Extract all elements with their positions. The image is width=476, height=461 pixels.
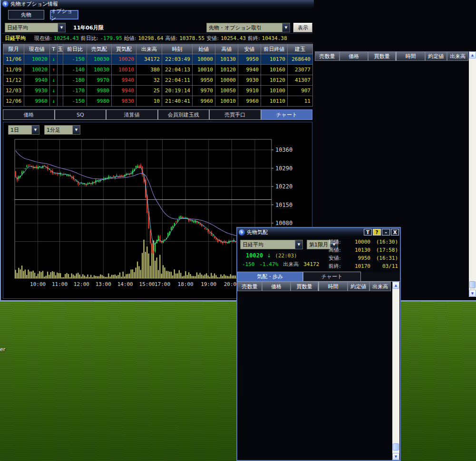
column-header: 限月	[3, 44, 24, 54]
scroll-thumb[interactable]	[469, 281, 476, 288]
svg-text:10290: 10290	[275, 165, 292, 172]
column-header: 始値	[193, 44, 215, 54]
column-header: 現在値	[24, 44, 50, 54]
futures-row[interactable]: 12/069960↓-150998098301021:40:4199601001…	[3, 96, 313, 107]
column-header: 玉	[58, 44, 63, 54]
chart-interval-select[interactable]: 1分足 ▼	[44, 125, 80, 135]
column-header: 建玉	[288, 44, 313, 54]
svg-text:10150: 10150	[275, 202, 292, 208]
minimize-icon[interactable]: -	[382, 229, 390, 235]
column-header: 時刻	[162, 44, 193, 54]
trade-type-select[interactable]: 先物・オプション取引 ▼	[206, 23, 290, 32]
help-icon[interactable]: ?	[373, 229, 381, 235]
chevron-down-icon[interactable]: ▼	[31, 126, 39, 134]
popup-title-bar[interactable]: 先物気配 T ? - X	[237, 228, 400, 237]
scroll-up-icon[interactable]: ▲	[392, 282, 399, 289]
popup-t-button[interactable]: T	[364, 229, 372, 235]
chart-controls: 1日 ▼ 1分足 ▼	[8, 125, 80, 136]
tab-売買手口[interactable]: 売買手口	[209, 109, 261, 120]
board-header: 時間	[318, 282, 348, 291]
desktop-icon-label[interactable]: er	[0, 346, 5, 353]
scroll-up-icon[interactable]: ▲	[469, 51, 476, 59]
index-status-bar: 日経平均 現在値: 10254.43 前日比: -179.95 始値: 1029…	[2, 33, 312, 43]
board-header: 価格	[262, 282, 291, 291]
tab-会員別建玉残[interactable]: 会員別建玉残	[158, 109, 210, 120]
board-header: 価格	[340, 51, 368, 61]
column-header: 安値	[238, 44, 261, 54]
chevron-down-icon[interactable]: ▼	[295, 240, 302, 249]
svg-text:13:00: 13:00	[96, 281, 111, 287]
popup-change: -150	[242, 261, 255, 267]
futures-row[interactable]: 11/129940↓-180997099403222:04:1199501000…	[3, 75, 313, 86]
board-header: 時間	[396, 51, 425, 61]
column-header: 買気配	[112, 44, 136, 54]
tab-価格[interactable]: 価格	[3, 109, 55, 120]
contract-month-label: 11年06月限	[73, 24, 104, 31]
svg-text:19:00: 19:00	[201, 281, 216, 287]
scroll-down-icon[interactable]: ▼	[392, 453, 399, 460]
window-title: 先物オプション情報	[10, 0, 58, 8]
chevron-down-icon[interactable]: ▼	[58, 23, 65, 32]
tab-チャート[interactable]: チャート	[261, 109, 313, 120]
ohlc-row: 前終:1017003/11	[329, 262, 398, 270]
board-header: 出来高	[369, 282, 391, 291]
index-change: -179.95	[100, 35, 122, 41]
popup-volume: 34172	[303, 261, 319, 267]
svg-text:10080: 10080	[275, 220, 292, 226]
chevron-down-icon[interactable]: ▼	[72, 126, 80, 134]
index-high: 10378.55	[179, 35, 204, 41]
column-header: 前日終値	[261, 44, 288, 54]
show-button[interactable]: 表示	[293, 23, 312, 32]
popup-quote-board: 売数量価格買数量時間約定値出来高	[237, 282, 392, 291]
underlying-select[interactable]: 日経平均 ▼	[5, 23, 66, 32]
scroll-thumb[interactable]	[393, 443, 399, 451]
scroll-down-icon[interactable]: ▼	[469, 290, 476, 297]
popup-controls: 日経平均 ▼ 第1限月 ▼ 始値:10000(16:30)高値:10130(17…	[237, 238, 400, 271]
column-header: 高値	[215, 44, 238, 54]
board-scrollbar[interactable]: ▲ ▼	[469, 51, 476, 297]
index-current: 10254.43	[54, 35, 79, 41]
view-tab-bar: 価格SQ清算値会員別建玉残売買手口チャート	[3, 109, 312, 120]
board-header: 買数量	[291, 282, 318, 291]
popup-price-line: 10020 ↓ (22:03)	[246, 252, 297, 259]
tab-SQ[interactable]: SQ	[55, 109, 107, 120]
app-icon	[239, 229, 245, 235]
board-header: 約定値	[348, 282, 369, 291]
svg-text:10:00: 10:00	[30, 281, 46, 287]
futures-row[interactable]: 11/0910020↑-140100301001038022:04:131001…	[3, 65, 313, 75]
index-name: 日経平均	[5, 35, 26, 42]
popup-tab-チャート[interactable]: チャート	[303, 272, 361, 282]
svg-text:10360: 10360	[275, 147, 292, 153]
svg-text:10220: 10220	[275, 183, 292, 190]
futures-segment-button[interactable]: 先物	[8, 10, 44, 20]
popup-window-buttons: T ? - X	[364, 229, 399, 235]
futures-row[interactable]: 12/039930↓-170998099402520:19:1499701005…	[3, 86, 313, 96]
ohlc-row: 安値:9950(16:31)	[329, 254, 398, 262]
app-icon	[2, 1, 9, 7]
tab-filler	[361, 272, 400, 282]
board-header: 出来高	[447, 51, 468, 61]
column-header: 出来高	[136, 44, 162, 54]
popup-underlying-select[interactable]: 日経平均 ▼	[240, 240, 303, 249]
board-header: 売数量	[237, 282, 262, 291]
popup-change-pct: -1.47%	[260, 261, 279, 267]
popup-scrollbar[interactable]: ▲ ▼	[392, 282, 399, 460]
futures-quote-popup: 先物気配 T ? - X 日経平均 ▼ 第1限月 ▼ 始値:10000(16:3…	[236, 227, 401, 461]
tab-清算値[interactable]: 清算値	[106, 109, 158, 120]
column-header: 前日比	[63, 44, 87, 54]
close-icon[interactable]: X	[391, 229, 399, 235]
svg-text:11:00: 11:00	[52, 281, 68, 287]
index-low: 10254.43	[221, 35, 246, 41]
futures-row[interactable]: 11/0610020↓-15010030100203417222:03:4910…	[3, 54, 313, 65]
options-segment-button[interactable]: オプション	[50, 10, 78, 20]
popup-tab-bar: 気配・歩みチャート	[237, 272, 400, 282]
chart-period-select[interactable]: 1日 ▼	[8, 125, 39, 135]
down-arrow-icon: ↓	[267, 253, 271, 259]
column-header: 売気配	[87, 44, 112, 54]
svg-text:18:00: 18:00	[178, 281, 194, 287]
svg-text:12:00: 12:00	[74, 281, 89, 287]
chevron-down-icon[interactable]: ▼	[282, 23, 290, 32]
popup-tab-気配・歩み[interactable]: 気配・歩み	[237, 272, 303, 282]
index-prev-close: 10434.38	[262, 35, 287, 41]
popup-last-time: (22:03)	[275, 253, 297, 259]
